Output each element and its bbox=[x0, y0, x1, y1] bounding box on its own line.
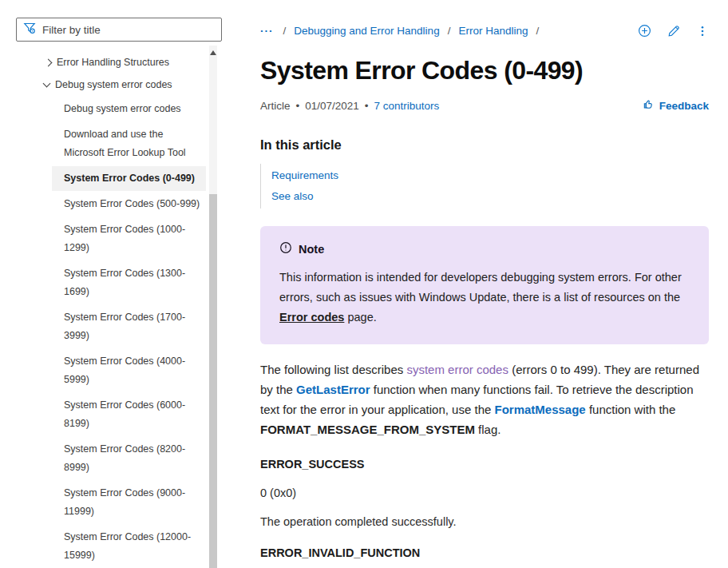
tree-item[interactable]: System Error Codes (12000-15999) bbox=[52, 525, 206, 568]
feedback-label: Feedback bbox=[659, 100, 709, 112]
tree-item[interactable]: System Error Codes (1300-1699) bbox=[52, 261, 206, 304]
note-header: Note bbox=[279, 241, 690, 256]
in-this-article-heading: In this article bbox=[260, 137, 709, 153]
tree-item[interactable]: System Error Codes (4000-5999) bbox=[52, 349, 206, 392]
info-icon bbox=[279, 241, 292, 256]
formatmessage-link[interactable]: FormatMessage bbox=[495, 403, 586, 416]
tree-item[interactable]: System Error Codes (1700-3999) bbox=[52, 305, 206, 348]
tree-item[interactable]: System Error Codes (6000-8199) bbox=[52, 393, 206, 436]
note-body: This information is intended for develop… bbox=[279, 268, 690, 328]
note-callout: Note This information is intended for de… bbox=[260, 226, 709, 344]
more-vertical-icon[interactable] bbox=[696, 25, 709, 38]
intro-paragraph: The following list describes system erro… bbox=[260, 359, 709, 439]
thumbs-up-icon bbox=[643, 98, 655, 113]
sidebar-scrollbar bbox=[209, 46, 217, 568]
error-code-value: 0 (0x0) bbox=[260, 487, 709, 499]
tree-item[interactable]: Debug system error codes bbox=[0, 73, 222, 96]
error-code-name: ERROR_SUCCESS bbox=[260, 458, 709, 471]
breadcrumb-separator: / bbox=[448, 25, 451, 37]
article-meta: Article • 01/07/2021 • 7 contributors Fe… bbox=[260, 98, 709, 113]
toc-link-requirements[interactable]: Requirements bbox=[271, 165, 709, 186]
breadcrumb-items: /Debugging and Error Handling/Error Hand… bbox=[283, 25, 548, 37]
docs-page: Error Handling StructuresDebug system er… bbox=[0, 0, 728, 568]
in-this-article-list: Requirements See also bbox=[260, 164, 709, 209]
contributors-link[interactable]: 7 contributors bbox=[374, 100, 440, 112]
text-segment: flag. bbox=[475, 423, 501, 436]
tree-item[interactable]: System Error Codes (500-999) bbox=[52, 192, 206, 216]
filter-box[interactable] bbox=[16, 18, 222, 42]
scroll-up-arrow-icon[interactable] bbox=[210, 50, 216, 55]
tree-item[interactable]: System Error Codes (8200-8999) bbox=[52, 437, 206, 480]
tree-item[interactable]: System Error Codes (1000-1299) bbox=[52, 217, 206, 260]
article-kind: Article bbox=[260, 100, 291, 112]
error-code-description: The operation completed successfully. bbox=[260, 515, 709, 528]
tree-item[interactable]: Error Handling Structures bbox=[0, 51, 222, 73]
tree-item-selected[interactable]: System Error Codes (0-499) bbox=[52, 166, 206, 191]
edit-pencil-icon[interactable] bbox=[667, 25, 680, 38]
breadcrumb-overflow-button[interactable]: ··· bbox=[260, 25, 274, 37]
text-segment: function with the bbox=[586, 403, 676, 416]
tree-item[interactable]: Download and use the Microsoft Error Loo… bbox=[52, 122, 206, 165]
breadcrumb-link[interactable]: Error Handling bbox=[458, 25, 528, 37]
toc-link-see-also[interactable]: See also bbox=[271, 186, 709, 207]
error-code-name: ERROR_INVALID_FUNCTION bbox=[260, 546, 709, 559]
tree-item-label: Error Handling Structures bbox=[57, 55, 169, 70]
breadcrumb-link[interactable]: Debugging and Error Handling bbox=[294, 25, 439, 37]
text-segment: FORMAT_MESSAGE_FROM_SYSTEM bbox=[260, 423, 475, 436]
chevron-down-icon[interactable] bbox=[43, 80, 51, 88]
scrollbar-thumb[interactable] bbox=[209, 194, 217, 568]
error-code-entries: ERROR_SUCCESS0 (0x0)The operation comple… bbox=[260, 458, 709, 559]
article-date: 01/07/2021 bbox=[305, 100, 359, 112]
article-main: ··· /Debugging and Error Handling/Error … bbox=[260, 0, 709, 559]
toc-tree: Error Handling StructuresDebug system er… bbox=[0, 51, 222, 568]
error-codes-link[interactable]: Error codes bbox=[279, 311, 344, 324]
sidebar: Error Handling StructuresDebug system er… bbox=[0, 0, 222, 568]
breadcrumb: ··· /Debugging and Error Handling/Error … bbox=[260, 24, 709, 38]
meta-separator: • bbox=[296, 100, 300, 112]
chevron-right-icon[interactable] bbox=[45, 58, 53, 66]
page-actions bbox=[638, 24, 709, 38]
text-segment: page. bbox=[344, 311, 376, 324]
note-label: Note bbox=[299, 243, 324, 256]
meta-separator: • bbox=[365, 100, 369, 112]
tree-item[interactable]: Debug system error codes bbox=[52, 97, 206, 121]
text-segment: This information is intended for develop… bbox=[279, 271, 682, 304]
tree-item[interactable]: System Error Codes (9000-11999) bbox=[52, 481, 206, 524]
tree-item-label: Debug system error codes bbox=[55, 77, 172, 92]
feedback-button[interactable]: Feedback bbox=[643, 98, 709, 113]
filter-input[interactable] bbox=[42, 24, 215, 36]
system-error-codes-link[interactable]: system error codes bbox=[406, 363, 508, 376]
getlasterror-link[interactable]: GetLastError bbox=[296, 383, 370, 396]
breadcrumb-separator: / bbox=[283, 25, 287, 37]
text-segment: The following list describes bbox=[260, 363, 406, 376]
breadcrumb-separator: / bbox=[536, 25, 539, 37]
filter-icon bbox=[23, 22, 36, 38]
page-title: System Error Codes (0-499) bbox=[260, 56, 709, 85]
circle-plus-icon[interactable] bbox=[638, 24, 651, 38]
